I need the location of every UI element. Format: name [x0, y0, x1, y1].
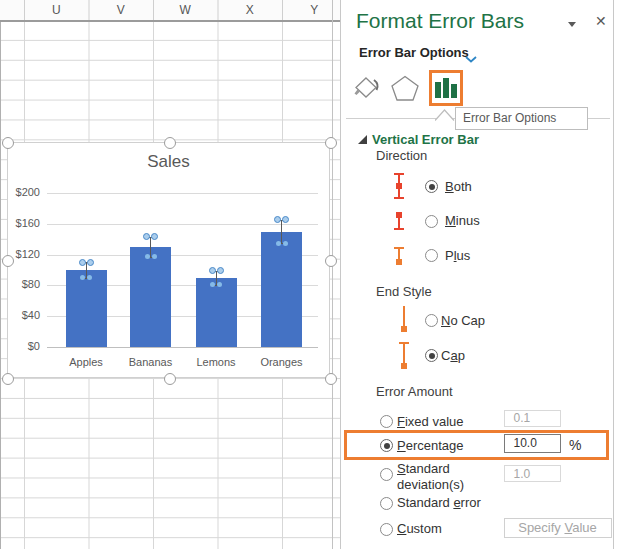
input-fixed-value[interactable]: 0.1: [504, 410, 561, 427]
error-bar[interactable]: [281, 220, 282, 243]
radio-label-error-amount-standard-error[interactable]: Standard error: [397, 495, 481, 510]
radio-error-amount-standard-error[interactable]: [380, 497, 393, 510]
radio-label-error-amount-standard-deviation-s-[interactable]: Standard deviation(s): [397, 461, 489, 492]
radio-label-end-style-cap[interactable]: Cap: [441, 348, 465, 363]
selection-handle[interactable]: [2, 137, 14, 149]
scrollbar-track-edge[interactable]: [613, 0, 614, 549]
end-style-label: End Style: [376, 284, 432, 299]
radio-error-amount-custom[interactable]: [380, 523, 393, 536]
radio-label-direction-both[interactable]: Both: [445, 179, 472, 194]
chevron-down-icon[interactable]: [465, 49, 477, 67]
selection-handle[interactable]: [164, 137, 176, 149]
radio-label-error-amount-fixed-value[interactable]: Fixed value: [397, 414, 464, 429]
pane-title: Format Error Bars: [356, 9, 524, 33]
bar-lemons[interactable]: [196, 278, 237, 347]
gridline: [47, 193, 318, 194]
pane-menu-caret-icon[interactable]: [568, 22, 576, 27]
category-label: Bananas: [119, 356, 183, 368]
percent-sign: %: [569, 437, 581, 453]
error-bar-handle[interactable]: [274, 216, 281, 223]
gridline: [47, 347, 318, 348]
chart[interactable]: Sales $0$40$80$120$160$200ApplesBananasL…: [7, 142, 330, 378]
radio-label-error-amount-custom[interactable]: Custom: [397, 521, 442, 536]
radio-label-direction-minus[interactable]: Minus: [445, 213, 480, 228]
category-label: Oranges: [250, 356, 314, 368]
specify-value-button[interactable]: Specify Value: [504, 518, 612, 538]
tooltip-notch: [435, 107, 455, 125]
section-vertical-error-bar[interactable]: Vertical Error Bar: [372, 132, 479, 147]
y-tick-label: $80: [8, 278, 40, 290]
radio-label-error-amount-percentage[interactable]: Percentage: [397, 438, 464, 453]
error-bar-handle-dot[interactable]: [152, 254, 157, 259]
y-tick-label: $200: [8, 186, 40, 198]
input-percentage[interactable]: 10.0: [504, 434, 561, 453]
error-bar-handle[interactable]: [151, 233, 158, 240]
excel-window: UVWXY Sales $0$40$80$120$160$200ApplesBa…: [0, 0, 619, 549]
error-bar-handle[interactable]: [87, 259, 94, 266]
format-error-bars-pane: Format Error Bars ✕ Error Bar Options: [340, 0, 619, 549]
radio-direction-both[interactable]: [425, 180, 438, 193]
bar-bananas[interactable]: [130, 247, 171, 347]
input-standard-deviation-s-[interactable]: 1.0: [504, 465, 561, 482]
y-tick-label: $160: [8, 217, 40, 229]
fill-line-tab[interactable]: [351, 73, 381, 107]
error-bar-handle[interactable]: [282, 216, 289, 223]
column-header-V[interactable]: V: [89, 0, 154, 20]
radio-error-amount-fixed-value[interactable]: [380, 415, 393, 428]
error-bar-handle[interactable]: [143, 233, 150, 240]
selection-handle[interactable]: [325, 373, 337, 385]
selection-handle[interactable]: [325, 255, 337, 267]
no-cap-icon: [396, 306, 412, 337]
error-bar-handle-dot[interactable]: [145, 254, 150, 259]
bar-apples[interactable]: [66, 270, 107, 347]
error-bar-plus-icon: [391, 246, 407, 270]
chart-title[interactable]: Sales: [8, 152, 329, 172]
radio-direction-plus[interactable]: [425, 249, 438, 262]
close-icon[interactable]: ✕: [595, 13, 607, 29]
radio-direction-minus[interactable]: [425, 215, 438, 228]
error-bar-both-icon: [391, 172, 407, 204]
error-bar[interactable]: [150, 237, 151, 257]
effects-tab[interactable]: [389, 73, 421, 107]
paint-bucket-icon: [351, 73, 381, 103]
column-header-U[interactable]: U: [24, 0, 89, 20]
column-headers: UVWXY: [0, 0, 340, 22]
bar-oranges[interactable]: [261, 232, 302, 348]
cap-icon: [396, 341, 412, 374]
error-bar-handle[interactable]: [79, 259, 86, 266]
error-bar-minus-icon: [391, 211, 407, 235]
y-tick-label: $40: [8, 309, 40, 321]
category-label: Apples: [54, 356, 118, 368]
sheet-edge-line: [332, 0, 333, 549]
y-tick-label: $0: [8, 340, 40, 352]
gridline: [47, 224, 318, 225]
error-amount-label: Error Amount: [376, 384, 453, 399]
selection-handle[interactable]: [2, 255, 14, 267]
error-bar-handle-dot[interactable]: [283, 241, 288, 246]
direction-label: Direction: [376, 148, 427, 163]
radio-label-end-style-no-cap[interactable]: No Cap: [441, 313, 485, 328]
error-bar-handle-dot[interactable]: [276, 241, 281, 246]
active-tab-highlight: [429, 70, 463, 106]
error-bar-handle[interactable]: [217, 267, 224, 274]
error-bar-handle[interactable]: [209, 267, 216, 274]
pentagon-icon: [389, 73, 421, 103]
radio-error-amount-standard-deviation-s-[interactable]: [380, 468, 393, 481]
radio-end-style-cap[interactable]: [425, 349, 438, 362]
radio-label-direction-plus[interactable]: Plus: [445, 248, 470, 263]
radio-end-style-no-cap[interactable]: [425, 314, 438, 327]
collapse-triangle-icon[interactable]: [358, 135, 367, 144]
selection-handle[interactable]: [325, 137, 337, 149]
tooltip: Error Bar Options: [455, 107, 588, 130]
column-header-Y[interactable]: Y: [282, 0, 347, 20]
options-dropdown-label[interactable]: Error Bar Options: [359, 45, 469, 60]
selection-handle[interactable]: [164, 373, 176, 385]
selection-handle[interactable]: [2, 373, 14, 385]
column-header-W[interactable]: W: [153, 0, 218, 20]
radio-error-amount-percentage[interactable]: [380, 439, 393, 452]
column-header-X[interactable]: X: [218, 0, 283, 20]
category-label: Lemons: [184, 356, 248, 368]
